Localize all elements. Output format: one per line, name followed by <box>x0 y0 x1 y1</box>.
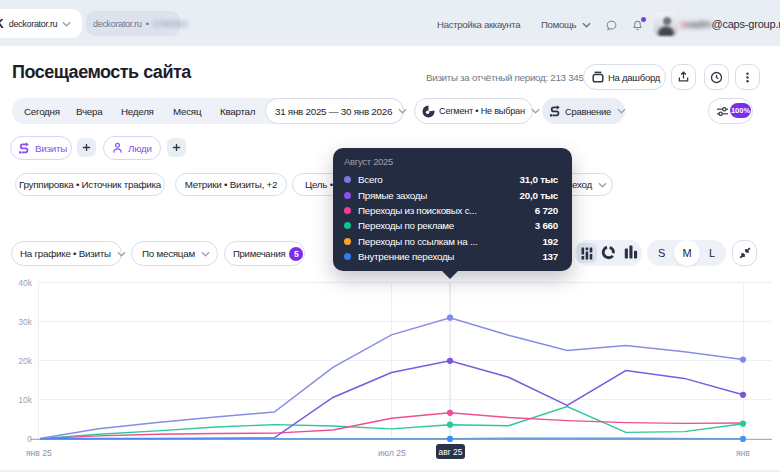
svg-text:июл 25: июл 25 <box>378 448 406 458</box>
svg-text:40k: 40k <box>18 278 32 288</box>
svg-text:янв: янв <box>736 448 750 458</box>
svg-text:0: 0 <box>27 434 32 444</box>
svg-text:30k: 30k <box>18 317 32 327</box>
svg-text:20k: 20k <box>18 356 32 366</box>
svg-text:10k: 10k <box>18 395 32 405</box>
svg-text:янв 25: янв 25 <box>26 448 52 458</box>
svg-text:авг 25: авг 25 <box>438 447 462 457</box>
